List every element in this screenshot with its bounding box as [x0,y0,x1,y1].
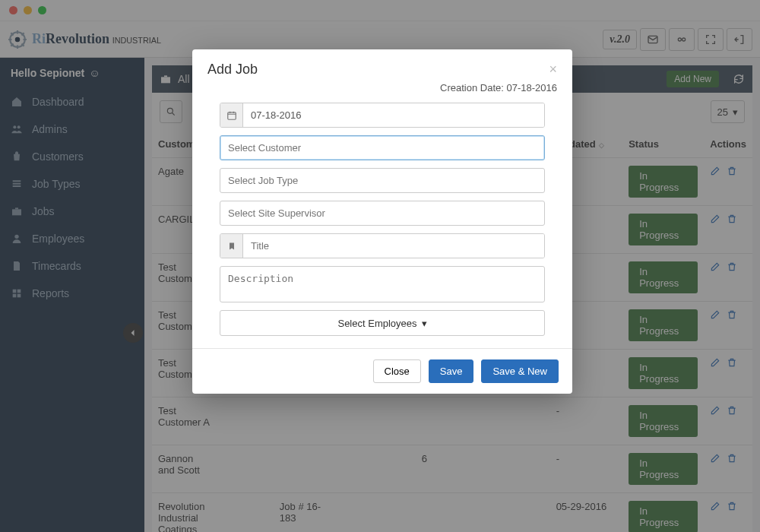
title-input-group [220,233,545,258]
description-input[interactable] [220,266,545,302]
customer-select[interactable] [220,135,545,160]
select-employees-dropdown[interactable]: Select Employees ▾ [220,310,545,336]
add-job-modal: Add Job × Creation Date: 07-18-2016 Sele… [192,49,572,394]
close-button[interactable]: Close [373,359,421,383]
title-input[interactable] [243,234,544,258]
creation-date-label: Creation Date: 07-18-2016 [192,82,572,100]
modal-title: Add Job [207,62,258,78]
supervisor-select[interactable] [220,201,545,226]
jobtype-select[interactable] [220,168,545,193]
date-input-group [220,103,545,128]
date-input[interactable] [243,103,544,127]
save-button[interactable]: Save [429,359,474,383]
bookmark-icon [220,234,243,258]
calendar-icon[interactable] [220,103,243,127]
modal-close-icon[interactable]: × [549,62,557,78]
caret-down-icon: ▾ [422,318,427,329]
svg-rect-15 [227,112,236,119]
save-and-new-button[interactable]: Save & New [481,359,559,383]
select-employees-label: Select Employees [337,318,416,329]
